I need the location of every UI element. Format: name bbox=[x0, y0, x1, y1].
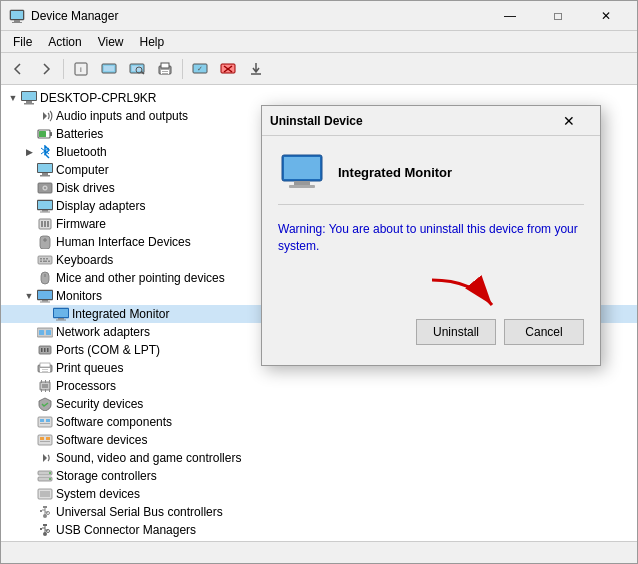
tree-toggle-usb-connector[interactable] bbox=[21, 522, 37, 538]
tree-toggle-storage[interactable] bbox=[21, 468, 37, 484]
dialog-title: Uninstall Device bbox=[270, 114, 546, 128]
svg-rect-86 bbox=[38, 417, 52, 427]
tree-toggle-network[interactable] bbox=[21, 324, 37, 340]
tree-label-mice: Mice and other pointing devices bbox=[56, 271, 225, 285]
bluetooth-icon bbox=[37, 144, 53, 160]
tree-label-batteries: Batteries bbox=[56, 127, 103, 141]
tree-toggle-sound[interactable] bbox=[21, 450, 37, 466]
main-window: Device Manager — □ ✕ File Action View He… bbox=[0, 0, 638, 564]
tree-toggle-hid[interactable] bbox=[21, 234, 37, 250]
tree-item-sound[interactable]: Sound, video and game controllers bbox=[1, 449, 637, 467]
menu-file[interactable]: File bbox=[5, 33, 40, 51]
menu-action[interactable]: Action bbox=[40, 33, 89, 51]
tree-label-system: System devices bbox=[56, 487, 140, 501]
uninstall-button[interactable]: Uninstall bbox=[416, 319, 496, 345]
status-bar bbox=[1, 541, 637, 563]
svg-point-95 bbox=[49, 472, 51, 474]
toolbar-back[interactable] bbox=[5, 56, 31, 82]
toolbar-print[interactable] bbox=[152, 56, 178, 82]
tree-label-software-devices: Software devices bbox=[56, 433, 147, 447]
tree-item-processors[interactable]: Processors bbox=[1, 377, 637, 395]
ports-icon bbox=[37, 342, 53, 358]
menu-view[interactable]: View bbox=[90, 33, 132, 51]
tree-toggle-display[interactable] bbox=[21, 198, 37, 214]
system-icon bbox=[37, 486, 53, 502]
tree-toggle-monitors[interactable]: ▼ bbox=[21, 288, 37, 304]
menu-help[interactable]: Help bbox=[132, 33, 173, 51]
tree-toggle-system[interactable] bbox=[21, 486, 37, 502]
maximize-button[interactable]: □ bbox=[535, 1, 581, 31]
svg-rect-81 bbox=[45, 380, 46, 383]
toolbar-forward[interactable] bbox=[33, 56, 59, 82]
svg-rect-63 bbox=[54, 309, 68, 317]
svg-rect-99 bbox=[40, 491, 50, 497]
toolbar-device-on[interactable]: ✓ bbox=[187, 56, 213, 82]
tree-label-usb-serial: Universal Serial Bus controllers bbox=[56, 505, 223, 519]
toolbar-scan[interactable] bbox=[124, 56, 150, 82]
tree-toggle-keyboards[interactable] bbox=[21, 252, 37, 268]
svg-rect-15 bbox=[162, 73, 168, 74]
tree-toggle-software-components[interactable] bbox=[21, 414, 37, 430]
svg-point-112 bbox=[47, 530, 50, 533]
tree-root-toggle[interactable]: ▼ bbox=[5, 90, 21, 106]
tree-toggle-disk[interactable] bbox=[21, 180, 37, 196]
tree-toggle-usb-serial[interactable] bbox=[21, 504, 37, 520]
tree-toggle-mice[interactable] bbox=[21, 270, 37, 286]
cancel-button[interactable]: Cancel bbox=[504, 319, 584, 345]
tree-toggle-firmware[interactable] bbox=[21, 216, 37, 232]
mice-icon bbox=[37, 270, 53, 286]
svg-rect-54 bbox=[43, 261, 47, 263]
tree-toggle-batteries[interactable] bbox=[21, 126, 37, 142]
close-button[interactable]: ✕ bbox=[583, 1, 629, 31]
title-bar-icon bbox=[9, 8, 25, 24]
audio-icon bbox=[37, 108, 53, 124]
svg-rect-91 bbox=[40, 437, 44, 440]
tree-item-software-components[interactable]: Software components bbox=[1, 413, 637, 431]
tree-toggle-security[interactable] bbox=[21, 396, 37, 412]
svg-rect-89 bbox=[46, 419, 50, 422]
svg-rect-23 bbox=[22, 92, 36, 100]
arrow-container bbox=[278, 275, 584, 315]
svg-rect-55 bbox=[48, 261, 50, 263]
dialog-body: Integrated Monitor Warning: You are abou… bbox=[262, 136, 600, 365]
tree-label-ports: Ports (COM & LPT) bbox=[56, 343, 160, 357]
tree-label-disk: Disk drives bbox=[56, 181, 115, 195]
tree-item-software-devices[interactable]: Software devices bbox=[1, 431, 637, 449]
tree-toggle-computer[interactable] bbox=[21, 162, 37, 178]
tree-item-storage[interactable]: Storage controllers bbox=[1, 467, 637, 485]
minimize-button[interactable]: — bbox=[487, 1, 533, 31]
svg-rect-44 bbox=[44, 221, 46, 227]
tree-item-usb-serial[interactable]: Universal Serial Bus controllers bbox=[1, 503, 637, 521]
tree-toggle-audio[interactable] bbox=[21, 108, 37, 124]
tree-item-security[interactable]: Security devices bbox=[1, 395, 637, 413]
svg-rect-92 bbox=[40, 441, 50, 442]
tree-item-usb-connector[interactable]: USB Connector Managers bbox=[1, 521, 637, 539]
svg-rect-77 bbox=[42, 371, 48, 372]
toolbar-download[interactable] bbox=[243, 56, 269, 82]
svg-rect-83 bbox=[41, 389, 42, 392]
tree-label-monitors: Monitors bbox=[56, 289, 102, 303]
toolbar-properties[interactable]: i bbox=[68, 56, 94, 82]
tree-toggle-software-devices[interactable] bbox=[21, 432, 37, 448]
tree-toggle-ports[interactable] bbox=[21, 342, 37, 358]
toolbar-update-driver[interactable] bbox=[96, 56, 122, 82]
svg-text:i: i bbox=[80, 65, 82, 74]
svg-rect-70 bbox=[41, 348, 43, 352]
toolbar-uninstall[interactable] bbox=[215, 56, 241, 82]
tree-label-storage: Storage controllers bbox=[56, 469, 157, 483]
tree-toggle-print[interactable] bbox=[21, 360, 37, 376]
tree-toggle-bluetooth[interactable]: ▶ bbox=[21, 144, 37, 160]
firmware-icon bbox=[37, 216, 53, 232]
tree-toggle-processors[interactable] bbox=[21, 378, 37, 394]
svg-rect-68 bbox=[46, 330, 51, 335]
tree-label-computer: Computer bbox=[56, 163, 109, 177]
title-bar: Device Manager — □ ✕ bbox=[1, 1, 637, 31]
tree-label-security: Security devices bbox=[56, 397, 143, 411]
keyboard-icon bbox=[37, 252, 53, 268]
device-info-row: Integrated Monitor bbox=[278, 152, 584, 205]
tree-label-integrated-monitor: Integrated Monitor bbox=[72, 307, 169, 321]
tree-item-system[interactable]: System devices bbox=[1, 485, 637, 503]
usb-connector-icon bbox=[37, 522, 53, 538]
dialog-device-icon bbox=[278, 152, 326, 192]
dialog-close-button[interactable]: ✕ bbox=[546, 106, 592, 136]
